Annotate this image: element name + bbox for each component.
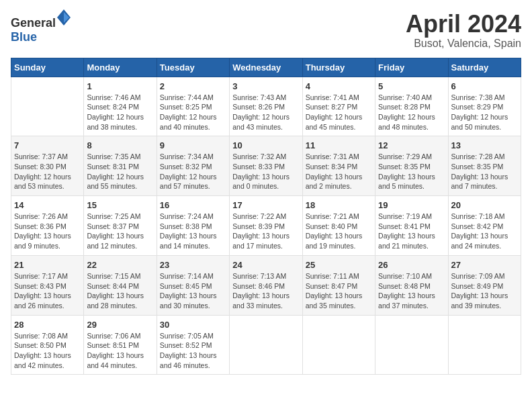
- day-info: Sunrise: 7:26 AMSunset: 8:36 PMDaylight:…: [14, 212, 81, 251]
- day-cell: 16Sunrise: 7:24 AMSunset: 8:38 PMDayligh…: [157, 196, 229, 256]
- day-number: 27: [451, 260, 518, 270]
- day-number: 9: [160, 140, 226, 150]
- day-cell: 24Sunrise: 7:13 AMSunset: 8:46 PMDayligh…: [230, 255, 302, 315]
- day-number: 12: [378, 140, 445, 150]
- day-cell: 30Sunrise: 7:05 AMSunset: 8:52 PMDayligh…: [157, 315, 229, 375]
- day-info: Sunrise: 7:11 AMSunset: 8:47 PMDaylight:…: [306, 271, 372, 311]
- day-info: Sunrise: 7:25 AMSunset: 8:37 PMDaylight:…: [87, 212, 153, 251]
- day-number: 19: [378, 200, 445, 210]
- day-cell: 15Sunrise: 7:25 AMSunset: 8:37 PMDayligh…: [84, 196, 157, 256]
- day-cell: 14Sunrise: 7:26 AMSunset: 8:36 PMDayligh…: [11, 196, 84, 256]
- subtitle: Busot, Valencia, Spain: [406, 38, 521, 50]
- day-info: Sunrise: 7:40 AMSunset: 8:28 PMDaylight:…: [378, 93, 445, 132]
- day-cell: [302, 315, 375, 375]
- day-cell: [448, 315, 521, 375]
- day-cell: 25Sunrise: 7:11 AMSunset: 8:47 PMDayligh…: [302, 255, 375, 315]
- logo-icon: [57, 9, 71, 26]
- main-title: April 2024: [406, 11, 521, 38]
- header-cell-saturday: Saturday: [448, 58, 521, 77]
- day-number: 21: [14, 260, 81, 270]
- week-row-0: 1Sunrise: 7:46 AMSunset: 8:24 PMDaylight…: [11, 77, 521, 136]
- day-cell: 20Sunrise: 7:18 AMSunset: 8:42 PMDayligh…: [448, 196, 521, 256]
- day-number: 20: [451, 200, 518, 210]
- day-number: 8: [87, 140, 153, 150]
- day-cell: 10Sunrise: 7:32 AMSunset: 8:33 PMDayligh…: [230, 136, 302, 196]
- day-info: Sunrise: 7:21 AMSunset: 8:40 PMDaylight:…: [306, 212, 372, 251]
- day-number: 10: [232, 140, 299, 150]
- day-info: Sunrise: 7:08 AMSunset: 8:50 PMDaylight:…: [14, 331, 81, 371]
- header-cell-friday: Friday: [375, 58, 448, 77]
- day-number: 25: [306, 260, 372, 270]
- header-cell-tuesday: Tuesday: [157, 58, 229, 77]
- day-number: 3: [232, 81, 299, 91]
- day-info: Sunrise: 7:46 AMSunset: 8:24 PMDaylight:…: [87, 93, 153, 132]
- day-number: 7: [14, 140, 81, 150]
- day-cell: 8Sunrise: 7:35 AMSunset: 8:31 PMDaylight…: [84, 136, 157, 196]
- day-cell: 21Sunrise: 7:17 AMSunset: 8:43 PMDayligh…: [11, 255, 84, 315]
- day-info: Sunrise: 7:19 AMSunset: 8:41 PMDaylight:…: [378, 212, 445, 251]
- day-cell: 23Sunrise: 7:14 AMSunset: 8:45 PMDayligh…: [157, 255, 229, 315]
- logo: General Blue: [11, 11, 71, 44]
- day-info: Sunrise: 7:38 AMSunset: 8:29 PMDaylight:…: [451, 93, 518, 132]
- header-row: SundayMondayTuesdayWednesdayThursdayFrid…: [11, 58, 521, 77]
- day-info: Sunrise: 7:35 AMSunset: 8:31 PMDaylight:…: [87, 152, 153, 191]
- day-number: 15: [87, 200, 153, 210]
- day-number: 2: [160, 81, 226, 91]
- day-cell: [11, 77, 84, 136]
- week-row-3: 21Sunrise: 7:17 AMSunset: 8:43 PMDayligh…: [11, 255, 521, 315]
- day-number: 5: [378, 81, 445, 91]
- day-cell: 17Sunrise: 7:22 AMSunset: 8:39 PMDayligh…: [230, 196, 302, 256]
- day-cell: 7Sunrise: 7:37 AMSunset: 8:30 PMDaylight…: [11, 136, 84, 196]
- day-info: Sunrise: 7:05 AMSunset: 8:52 PMDaylight:…: [160, 331, 226, 371]
- day-number: 17: [232, 200, 299, 210]
- day-info: Sunrise: 7:22 AMSunset: 8:39 PMDaylight:…: [232, 212, 299, 251]
- day-number: 18: [306, 200, 372, 210]
- day-number: 6: [451, 81, 518, 91]
- day-number: 30: [160, 320, 226, 330]
- header-cell-sunday: Sunday: [11, 58, 84, 77]
- day-cell: 22Sunrise: 7:15 AMSunset: 8:44 PMDayligh…: [84, 255, 157, 315]
- day-cell: 5Sunrise: 7:40 AMSunset: 8:28 PMDaylight…: [375, 77, 448, 136]
- logo-general: General: [11, 16, 56, 30]
- day-info: Sunrise: 7:06 AMSunset: 8:51 PMDaylight:…: [87, 331, 153, 371]
- day-cell: 11Sunrise: 7:31 AMSunset: 8:34 PMDayligh…: [302, 136, 375, 196]
- day-number: 4: [306, 81, 372, 91]
- day-cell: 6Sunrise: 7:38 AMSunset: 8:29 PMDaylight…: [448, 77, 521, 136]
- day-info: Sunrise: 7:15 AMSunset: 8:44 PMDaylight:…: [87, 271, 153, 311]
- day-cell: 2Sunrise: 7:44 AMSunset: 8:25 PMDaylight…: [157, 77, 229, 136]
- day-cell: 3Sunrise: 7:43 AMSunset: 8:26 PMDaylight…: [230, 77, 302, 136]
- day-number: 11: [306, 140, 372, 150]
- day-number: 23: [160, 260, 226, 270]
- day-cell: [230, 315, 302, 375]
- header-cell-thursday: Thursday: [302, 58, 375, 77]
- week-row-4: 28Sunrise: 7:08 AMSunset: 8:50 PMDayligh…: [11, 315, 521, 375]
- day-cell: 18Sunrise: 7:21 AMSunset: 8:40 PMDayligh…: [302, 196, 375, 256]
- day-info: Sunrise: 7:32 AMSunset: 8:33 PMDaylight:…: [232, 152, 299, 191]
- day-cell: [375, 315, 448, 375]
- day-cell: 13Sunrise: 7:28 AMSunset: 8:35 PMDayligh…: [448, 136, 521, 196]
- day-info: Sunrise: 7:18 AMSunset: 8:42 PMDaylight:…: [451, 212, 518, 251]
- day-cell: 1Sunrise: 7:46 AMSunset: 8:24 PMDaylight…: [84, 77, 157, 136]
- day-number: 22: [87, 260, 153, 270]
- week-row-1: 7Sunrise: 7:37 AMSunset: 8:30 PMDaylight…: [11, 136, 521, 196]
- logo-text: General Blue: [11, 11, 71, 44]
- day-cell: 9Sunrise: 7:34 AMSunset: 8:32 PMDaylight…: [157, 136, 229, 196]
- calendar-table: SundayMondayTuesdayWednesdayThursdayFrid…: [11, 58, 521, 375]
- day-number: 29: [87, 320, 153, 330]
- day-cell: 12Sunrise: 7:29 AMSunset: 8:35 PMDayligh…: [375, 136, 448, 196]
- calendar-body: 1Sunrise: 7:46 AMSunset: 8:24 PMDaylight…: [11, 77, 521, 375]
- day-info: Sunrise: 7:31 AMSunset: 8:34 PMDaylight:…: [306, 152, 372, 191]
- day-number: 28: [14, 320, 81, 330]
- day-info: Sunrise: 7:37 AMSunset: 8:30 PMDaylight:…: [14, 152, 81, 191]
- day-info: Sunrise: 7:43 AMSunset: 8:26 PMDaylight:…: [232, 93, 299, 132]
- day-cell: 19Sunrise: 7:19 AMSunset: 8:41 PMDayligh…: [375, 196, 448, 256]
- day-info: Sunrise: 7:29 AMSunset: 8:35 PMDaylight:…: [378, 152, 445, 191]
- day-number: 26: [378, 260, 445, 270]
- calendar-header: SundayMondayTuesdayWednesdayThursdayFrid…: [11, 58, 521, 77]
- day-cell: 29Sunrise: 7:06 AMSunset: 8:51 PMDayligh…: [84, 315, 157, 375]
- day-info: Sunrise: 7:34 AMSunset: 8:32 PMDaylight:…: [160, 152, 226, 191]
- day-cell: 28Sunrise: 7:08 AMSunset: 8:50 PMDayligh…: [11, 315, 84, 375]
- day-number: 13: [451, 140, 518, 150]
- day-info: Sunrise: 7:14 AMSunset: 8:45 PMDaylight:…: [160, 271, 226, 311]
- day-info: Sunrise: 7:09 AMSunset: 8:49 PMDaylight:…: [451, 271, 518, 311]
